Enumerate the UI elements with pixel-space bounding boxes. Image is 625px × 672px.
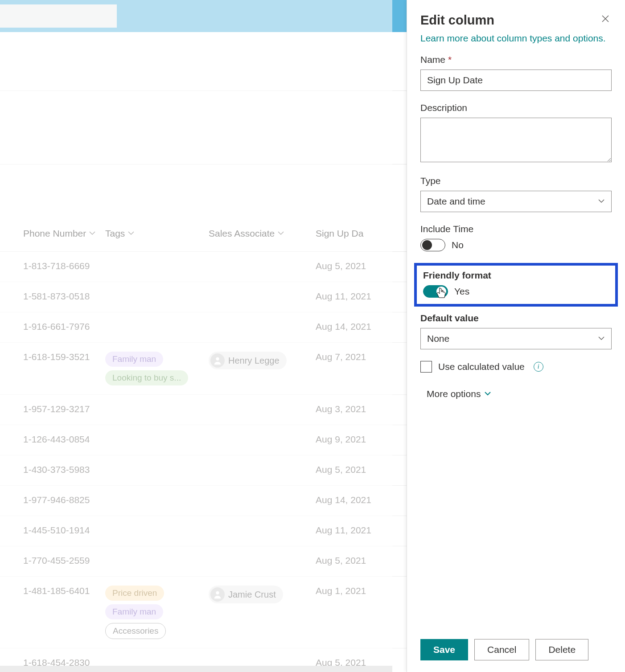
cursor-pointer-icon <box>436 287 447 302</box>
cell-phone: 1-618-159-3521 <box>0 352 105 362</box>
svg-point-1 <box>216 591 219 594</box>
tag-pill[interactable]: Looking to buy s... <box>105 370 188 385</box>
friendly-format-label: Friendly format <box>423 270 609 281</box>
cell-phone: 1-957-129-3217 <box>0 404 105 414</box>
table-row[interactable]: 1-916-661-7976Aug 14, 2021 <box>0 312 407 343</box>
save-button[interactable]: Save <box>420 639 468 660</box>
cell-phone: 1-445-510-1914 <box>0 525 105 536</box>
table-row[interactable]: 1-770-455-2559Aug 5, 2021 <box>0 546 407 577</box>
tag-pill[interactable]: Accessories <box>105 623 166 639</box>
column-header-sign-up-date[interactable]: Sign Up Da <box>316 228 391 239</box>
data-table: Phone Number Tags Sales Associate Sign U… <box>0 228 407 672</box>
cell-phone: 1-126-443-0854 <box>0 434 105 445</box>
friendly-format-value: Yes <box>454 286 469 297</box>
cancel-button[interactable]: Cancel <box>474 639 529 660</box>
bottom-scrollbar[interactable] <box>0 666 392 672</box>
search-input[interactable] <box>0 4 117 28</box>
column-header-phone[interactable]: Phone Number <box>0 228 105 239</box>
chevron-down-icon <box>484 389 491 399</box>
table-header-row: Phone Number Tags Sales Associate Sign U… <box>0 228 407 252</box>
type-label: Type <box>420 176 612 186</box>
include-time-value: No <box>452 240 464 250</box>
default-value-select[interactable]: None <box>420 328 612 349</box>
column-header-tags[interactable]: Tags <box>105 228 209 239</box>
use-calculated-value-checkbox[interactable] <box>420 361 432 373</box>
cell-sign-up-date: Aug 5, 2021 <box>316 261 391 271</box>
name-label: Name * <box>420 54 612 65</box>
tag-pill[interactable]: Family man <box>105 604 163 619</box>
cell-phone: 1-770-455-2559 <box>0 555 105 566</box>
associate-pill[interactable]: Henry Legge <box>209 352 287 369</box>
chevron-down-icon <box>598 196 605 207</box>
table-row[interactable]: 1-445-510-1914Aug 11, 2021 <box>0 516 407 546</box>
cell-sign-up-date: Aug 11, 2021 <box>316 525 391 536</box>
more-options-toggle[interactable]: More options <box>427 389 612 399</box>
delete-button[interactable]: Delete <box>535 639 588 660</box>
friendly-format-highlight: Friendly format Yes <box>414 263 618 307</box>
chevron-down-icon <box>89 228 96 239</box>
cell-sign-up-date: Aug 9, 2021 <box>316 434 391 445</box>
cell-sign-up-date: Aug 5, 2021 <box>316 555 391 566</box>
cell-tags: Family manLooking to buy s... <box>105 352 209 385</box>
cell-sign-up-date: Aug 14, 2021 <box>316 321 391 332</box>
close-icon[interactable] <box>599 12 612 28</box>
avatar-icon <box>210 353 225 368</box>
panel-title: Edit column <box>420 13 494 28</box>
table-row[interactable]: 1-813-718-6669Aug 5, 2021 <box>0 252 407 282</box>
chevron-down-icon <box>598 333 605 344</box>
associate-name: Henry Legge <box>228 356 280 366</box>
table-row[interactable]: 1-977-946-8825Aug 14, 2021 <box>0 486 407 516</box>
include-time-toggle[interactable] <box>420 239 445 251</box>
cell-sign-up-date: Aug 7, 2021 <box>316 352 391 362</box>
table-row[interactable]: 1-430-373-5983Aug 5, 2021 <box>0 455 407 486</box>
column-header-sales-associate[interactable]: Sales Associate <box>209 228 316 239</box>
cell-phone: 1-977-946-8825 <box>0 495 105 505</box>
associate-name: Jamie Crust <box>228 590 276 600</box>
description-label: Description <box>420 102 612 113</box>
table-row[interactable]: 1-481-185-6401Price drivenFamily manAcce… <box>0 577 407 648</box>
chevron-down-icon <box>277 228 284 239</box>
cell-phone: 1-430-373-5983 <box>0 464 105 475</box>
tag-pill[interactable]: Price driven <box>105 586 164 601</box>
cell-sales-associate: Henry Legge <box>209 352 316 369</box>
cell-phone: 1-916-661-7976 <box>0 321 105 332</box>
cell-sign-up-date: Aug 14, 2021 <box>316 495 391 505</box>
chevron-down-icon <box>127 228 135 239</box>
avatar-icon <box>210 587 225 602</box>
include-time-label: Include Time <box>420 224 612 234</box>
cell-sign-up-date: Aug 1, 2021 <box>316 586 391 596</box>
associate-pill[interactable]: Jamie Crust <box>209 586 283 603</box>
default-value-label: Default value <box>420 313 612 324</box>
table-row[interactable]: 1-126-443-0854Aug 9, 2021 <box>0 425 407 455</box>
table-row[interactable]: 1-618-159-3521Family manLooking to buy s… <box>0 343 407 395</box>
learn-more-link[interactable]: Learn more about column types and option… <box>420 33 606 44</box>
use-calculated-value-label: Use calculated value <box>438 361 525 372</box>
main-content: Phone Number Tags Sales Associate Sign U… <box>0 32 407 672</box>
svg-point-0 <box>216 357 219 361</box>
name-input[interactable] <box>420 70 612 91</box>
cell-phone: 1-813-718-6669 <box>0 261 105 271</box>
edit-column-panel: Edit column Learn more about column type… <box>407 0 625 672</box>
cell-sign-up-date: Aug 5, 2021 <box>316 464 391 475</box>
cell-sign-up-date: Aug 3, 2021 <box>316 404 391 414</box>
cell-phone: 1-581-873-0518 <box>0 291 105 302</box>
tag-pill[interactable]: Family man <box>105 352 163 367</box>
cell-tags: Price drivenFamily manAccessories <box>105 586 209 639</box>
info-icon[interactable]: i <box>534 362 543 372</box>
table-row[interactable]: 1-957-129-3217Aug 3, 2021 <box>0 395 407 425</box>
description-input[interactable] <box>420 118 612 162</box>
cell-phone: 1-481-185-6401 <box>0 586 105 596</box>
cell-sign-up-date: Aug 11, 2021 <box>316 291 391 302</box>
type-select[interactable]: Date and time <box>420 191 612 212</box>
table-row[interactable]: 1-581-873-0518Aug 11, 2021 <box>0 282 407 312</box>
cell-sales-associate: Jamie Crust <box>209 586 316 603</box>
